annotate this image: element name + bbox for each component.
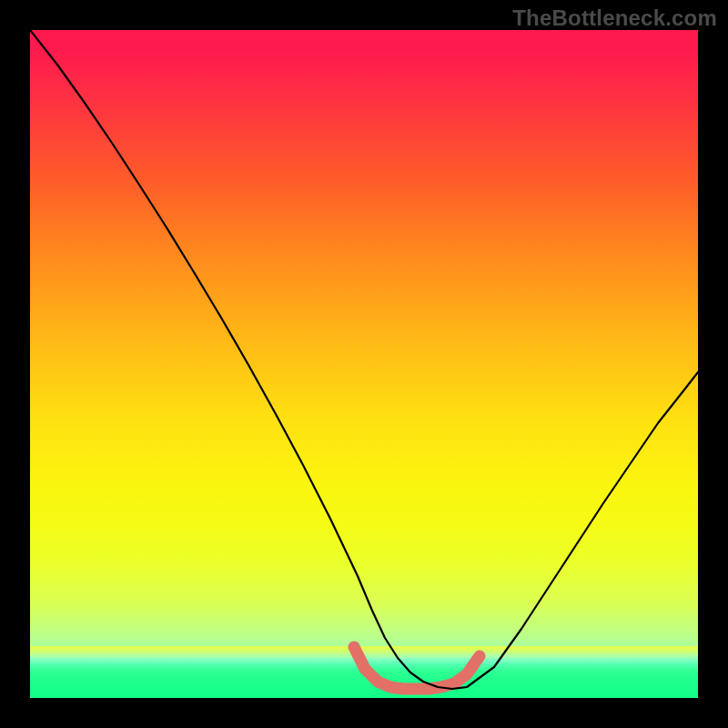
- bottleneck-curve-line: [30, 30, 698, 689]
- curve-layer: [30, 30, 698, 698]
- watermark-text: TheBottleneck.com: [512, 5, 717, 31]
- trough-highlight-line: [354, 647, 480, 689]
- plot-area: [30, 30, 698, 698]
- chart-stage: TheBottleneck.com: [0, 0, 728, 728]
